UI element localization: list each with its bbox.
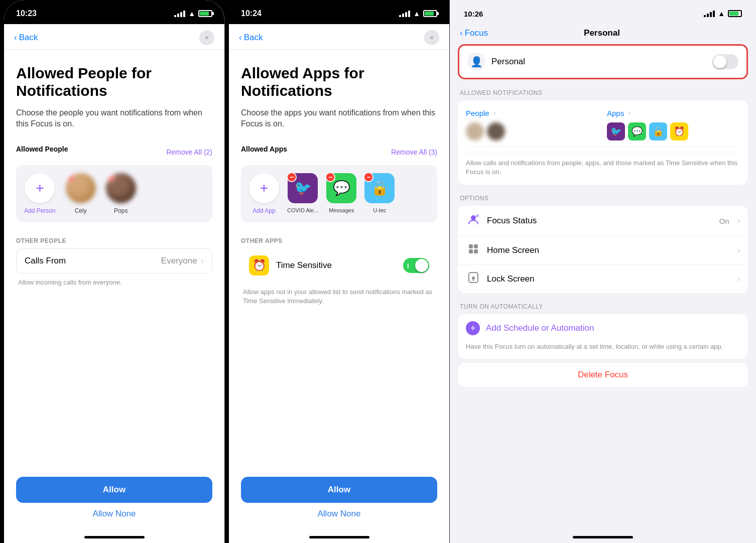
other-apps-label: OTHER APPS — [241, 237, 437, 244]
app-icon-utec: − 🔒 — [364, 173, 395, 203]
focus-status-row[interactable]: Focus Status On › — [458, 206, 748, 236]
remove-covid-badge[interactable]: − — [287, 172, 297, 182]
chevron-left-icon-2: ‹ — [239, 33, 242, 43]
toggle-letter: I — [407, 261, 409, 269]
options-section-label: OPTIONS — [460, 195, 746, 202]
personal-icon: 👤 — [467, 53, 485, 71]
person-pops[interactable]: − Pops — [106, 173, 136, 214]
calls-from-row[interactable]: Calls From Everyone › — [16, 248, 212, 274]
close-icon-1: × — [205, 34, 209, 42]
personal-label: Personal — [491, 57, 706, 67]
svg-rect-5 — [474, 249, 478, 253]
allow-button-1[interactable]: Allow — [16, 477, 212, 503]
allowed-notifications-card: People › Apps › 🐦 💬 — [458, 100, 748, 185]
remove-all-1[interactable]: Remove All (2) — [166, 148, 212, 156]
app-icon-covid: − 🐦 — [288, 173, 318, 203]
remove-all-2[interactable]: Remove All (3) — [391, 148, 437, 156]
settings-content: 👤 Personal ALLOWED NOTIFICATIONS People … — [450, 44, 756, 397]
personal-toggle-row: 👤 Personal — [458, 44, 748, 79]
back-button-2[interactable]: ‹ Back — [239, 33, 263, 43]
people-grid: + Add Person − Cely − Pops — [16, 165, 212, 222]
person-cely[interactable]: − Cely — [66, 173, 96, 214]
person-avatar-pops: − — [106, 173, 136, 203]
home-screen-row[interactable]: Home Screen › — [458, 236, 748, 265]
panel-allowed-apps: 10:24 ▲ ‹ Back × Allowed Apps for Notifi… — [229, 0, 450, 543]
settings-back-label: Focus — [465, 28, 488, 38]
personal-toggle[interactable] — [712, 54, 738, 69]
home-indicator-1 — [4, 531, 224, 543]
content-2: Allowed Apps for Notifications Choose th… — [229, 50, 449, 469]
bar3 — [180, 12, 182, 17]
app-covid[interactable]: − 🐦 COVID Ale... — [287, 173, 318, 213]
small-avatar-2 — [487, 122, 505, 141]
add-app-item[interactable]: + Add App — [249, 173, 279, 214]
time-sensitive-row: ⏰ Time Sensitive I — [241, 248, 437, 283]
allowed-apps-header: Allowed Apps Remove All (3) — [241, 145, 437, 159]
add-app-label: Add App — [253, 207, 275, 214]
focus-status-value: On — [719, 217, 729, 225]
remove-cely-badge[interactable]: − — [66, 173, 75, 182]
small-app-utec: 🔒 — [649, 122, 667, 141]
bar4 — [183, 11, 185, 17]
people-col-title: People › — [466, 108, 599, 117]
svg-point-0 — [471, 215, 476, 220]
app-utec[interactable]: − 🔒 U-tec — [364, 173, 395, 213]
remove-pops-badge[interactable]: − — [106, 173, 115, 182]
battery-fill-1 — [200, 12, 209, 16]
add-schedule-row[interactable]: + Add Schedule or Automation — [458, 314, 748, 342]
other-people-label: OTHER PEOPLE — [16, 237, 212, 244]
allowed-people-header: Allowed People Remove All (2) — [16, 145, 212, 159]
status-icons-2: ▲ — [399, 10, 437, 18]
focus-status-icon — [466, 213, 481, 229]
allowed-people-col[interactable]: People › — [466, 108, 599, 141]
focus-status-label: Focus Status — [487, 216, 713, 226]
utec-app-icon: 🔒 — [371, 180, 389, 196]
nav-bar-2: ‹ Back × — [229, 24, 449, 50]
nav-bar-1: ‹ Back × — [4, 24, 224, 50]
add-person-item[interactable]: + Add Person — [24, 173, 56, 214]
battery-1 — [198, 10, 212, 17]
status-icons-1: ▲ — [174, 10, 212, 18]
settings-back-button[interactable]: ‹ Focus — [460, 28, 488, 38]
home-screen-label: Home Screen — [487, 245, 729, 255]
battery-3 — [728, 10, 742, 17]
page-subtitle-1: Choose the people you want notifications… — [16, 107, 212, 130]
wifi-icon-3: ▲ — [718, 10, 725, 18]
back-label-1: Back — [19, 33, 38, 43]
toggle-knob — [415, 259, 428, 272]
allowed-apps-col[interactable]: Apps › 🐦 💬 🔒 ⏰ — [607, 108, 740, 141]
time-1: 10:23 — [16, 9, 37, 18]
covid-app-icon: 🐦 — [294, 180, 312, 196]
app-icon-messages: − 💬 — [326, 173, 356, 203]
add-app-button[interactable]: + — [249, 173, 279, 203]
messages-app-icon: 💬 — [333, 180, 350, 196]
back-button-1[interactable]: ‹ Back — [14, 33, 38, 43]
lock-screen-icon — [466, 272, 481, 286]
focus-status-chevron-icon: › — [737, 216, 740, 225]
signal-bars-3 — [704, 11, 715, 17]
allow-none-button-2[interactable]: Allow None — [241, 509, 437, 519]
battery-fill-2 — [425, 12, 434, 16]
calls-from-hint: Allow incoming calls from everyone. — [16, 279, 212, 286]
allow-none-button-1[interactable]: Allow None — [16, 509, 212, 519]
app-messages[interactable]: − 💬 Messages — [326, 173, 356, 213]
calls-from-value: Everyone › — [161, 256, 204, 266]
auto-hint: Have this Focus turn on automatically at… — [458, 342, 748, 358]
allow-button-2[interactable]: Allow — [241, 477, 437, 503]
add-person-button[interactable]: + — [25, 173, 55, 203]
svg-rect-4 — [469, 249, 473, 253]
lock-screen-row[interactable]: Lock Screen › — [458, 265, 748, 293]
time-sensitive-toggle[interactable]: I — [403, 258, 429, 273]
small-avatar-1 — [466, 122, 484, 141]
lock-screen-label: Lock Screen — [487, 274, 729, 284]
app-name-utec: U-tec — [373, 207, 386, 213]
delete-focus-card[interactable]: Delete Focus — [458, 363, 748, 387]
close-button-2[interactable]: × — [424, 30, 439, 45]
battery-2 — [423, 10, 437, 17]
page-title-2: Allowed Apps for Notifications — [241, 65, 437, 99]
close-button-1[interactable]: × — [199, 30, 214, 45]
signal-bars-1 — [174, 11, 185, 17]
settings-nav-title: Personal — [584, 28, 620, 38]
allowed-hint: Allow calls and notifications from peopl… — [466, 153, 740, 177]
add-person-label: Add Person — [24, 207, 56, 214]
